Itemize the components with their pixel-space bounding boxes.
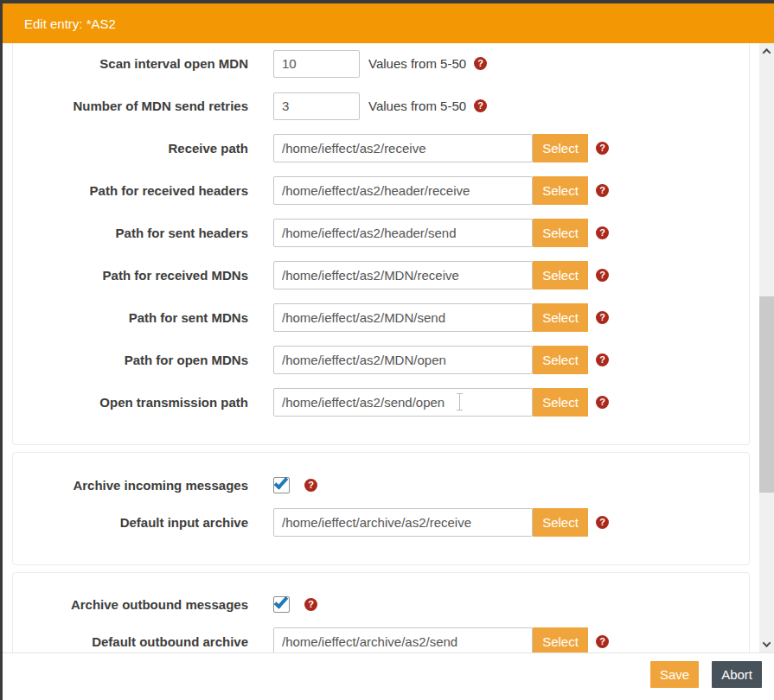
checkbox[interactable]	[273, 477, 290, 493]
select-button[interactable]: Select	[533, 388, 588, 417]
select-button[interactable]: Select	[533, 303, 588, 332]
form-row: Default input archive Select ?	[13, 508, 749, 537]
path-input-group: Select	[273, 219, 588, 247]
save-button[interactable]: Save	[650, 661, 699, 688]
form-section-archive-outbound: Archive outbound messages ? Default outb…	[12, 572, 750, 652]
field-label: Number of MDN send retries	[13, 99, 248, 113]
number-input[interactable]	[273, 92, 360, 120]
scrollbar-down-button[interactable]	[759, 638, 774, 651]
chevron-down-icon	[763, 639, 771, 647]
field-label: Path for sent MDNs	[13, 310, 248, 325]
text-cursor-icon	[459, 393, 460, 410]
form-row: Receive path Select ?	[13, 134, 749, 162]
help-icon[interactable]: ?	[304, 479, 317, 492]
field-label: Path for open MDNs	[13, 353, 248, 367]
help-icon[interactable]: ?	[596, 226, 609, 239]
path-input-group: Select	[273, 176, 588, 205]
check-icon	[274, 474, 289, 489]
path-input[interactable]	[273, 388, 533, 417]
field-label: Archive outbound messages	[13, 597, 248, 612]
help-icon[interactable]: ?	[596, 269, 609, 282]
chevron-up-icon	[763, 48, 771, 57]
path-input-group: Select	[273, 627, 588, 652]
path-input-group: Select	[273, 346, 588, 374]
form-row: Default outbound archive Select ?	[13, 627, 749, 652]
select-button[interactable]: Select	[533, 219, 588, 247]
field-label: Path for received headers	[13, 183, 248, 198]
dialog-title: Edit entry: *AS2	[24, 16, 116, 31]
path-input-group: Select	[273, 134, 588, 162]
form-row: Path for sent headers Select ?	[13, 219, 749, 247]
field-label: Default outbound archive	[13, 634, 248, 649]
select-button[interactable]: Select	[533, 134, 588, 162]
scrollbar-up-button[interactable]	[759, 45, 774, 58]
vertical-scrollbar[interactable]	[759, 43, 774, 652]
form-section-archive-incoming: Archive incoming messages ? Default inpu…	[12, 452, 750, 565]
path-input-group: Select	[273, 508, 588, 537]
path-input[interactable]	[273, 134, 533, 162]
form-row: Archive incoming messages ?	[13, 476, 749, 493]
field-hint: Values from 5-50	[368, 56, 466, 71]
path-input-group: Select	[273, 388, 588, 417]
select-button[interactable]: Select	[533, 508, 588, 537]
path-input-group: Select	[273, 261, 588, 290]
form-row: Path for sent MDNs Select ?	[13, 303, 749, 332]
field-label: Path for received MDNs	[13, 268, 248, 283]
select-button[interactable]: Select	[533, 261, 588, 290]
field-label: Default input archive	[13, 515, 248, 530]
help-icon[interactable]: ?	[596, 635, 609, 648]
scrollbar-thumb[interactable]	[759, 296, 774, 493]
field-label: Archive incoming messages	[13, 478, 248, 493]
path-input[interactable]	[273, 303, 533, 332]
help-icon[interactable]: ?	[596, 396, 609, 409]
help-icon[interactable]: ?	[596, 184, 609, 197]
path-input[interactable]	[273, 176, 533, 205]
help-icon[interactable]: ?	[304, 598, 317, 611]
form-row: Open transmission path Select ?	[13, 388, 749, 417]
field-label: Path for sent headers	[13, 226, 248, 240]
select-button[interactable]: Select	[533, 176, 588, 205]
form-row: Path for open MDNs Select ?	[13, 346, 749, 374]
path-input[interactable]	[273, 219, 533, 247]
dialog-header: Edit entry: *AS2	[3, 3, 774, 43]
path-input[interactable]	[273, 261, 533, 290]
field-hint: Values from 5-50	[368, 99, 466, 113]
form-row: Archive outbound messages ?	[13, 595, 749, 613]
help-icon[interactable]: ?	[474, 99, 487, 112]
abort-button[interactable]: Abort	[712, 661, 762, 688]
field-label: Receive path	[13, 141, 248, 156]
select-button[interactable]: Select	[533, 346, 588, 374]
path-input-group: Select	[273, 303, 588, 332]
form-section-paths: Scan interval open MDN Values from 5-50 …	[12, 43, 750, 445]
field-label: Scan interval open MDN	[13, 56, 248, 71]
dialog-footer: Save Abort	[3, 652, 774, 700]
form-row: Path for received headers Select ?	[13, 176, 749, 205]
help-icon[interactable]: ?	[596, 142, 609, 155]
path-input[interactable]	[273, 627, 533, 652]
form-row: Scan interval open MDN Values from 5-50 …	[13, 49, 749, 78]
form-row: Path for received MDNs Select ?	[13, 261, 749, 290]
checkbox[interactable]	[273, 596, 290, 613]
dialog-body: Scan interval open MDN Values from 5-50 …	[3, 43, 774, 652]
select-button[interactable]: Select	[533, 627, 588, 652]
check-icon	[274, 594, 289, 608]
path-input[interactable]	[273, 508, 533, 537]
form-row: Number of MDN send retries Values from 5…	[13, 92, 749, 120]
help-icon[interactable]: ?	[596, 353, 609, 366]
help-icon[interactable]: ?	[596, 516, 609, 529]
help-icon[interactable]: ?	[474, 57, 487, 70]
number-input[interactable]	[273, 50, 360, 78]
help-icon[interactable]: ?	[596, 311, 609, 324]
path-input[interactable]	[273, 346, 533, 374]
field-label: Open transmission path	[13, 395, 248, 410]
edit-entry-dialog: Edit entry: *AS2 Scan interval open MDN …	[3, 3, 774, 700]
